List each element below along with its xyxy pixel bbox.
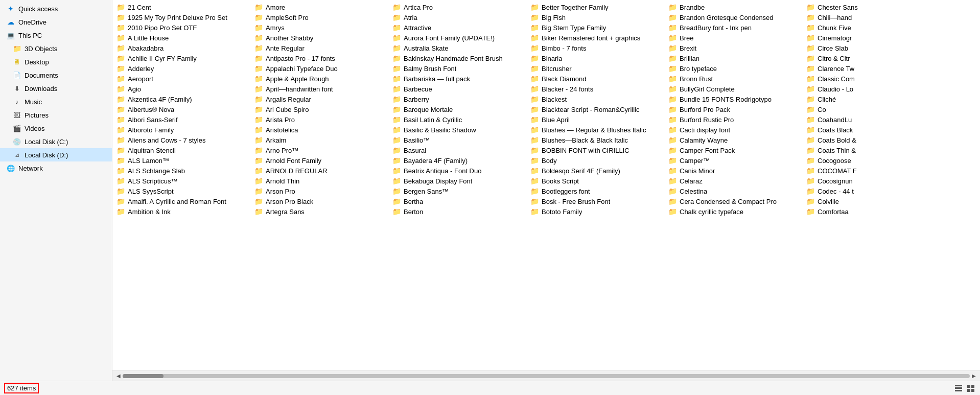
- list-item[interactable]: 📁AmpleSoft Pro: [252, 12, 386, 22]
- list-item[interactable]: 📁Barbecue: [390, 84, 524, 94]
- sidebar-item-documents[interactable]: 📄 Documents: [0, 68, 112, 82]
- list-item[interactable]: 📁ALS Scripticus™: [114, 176, 248, 186]
- list-item[interactable]: 📁Codec - 44 t: [804, 186, 938, 196]
- list-item[interactable]: 📁Amalfi. A Cyrillic and Roman Font: [114, 196, 248, 206]
- list-item[interactable]: 📁Cocosignun: [804, 176, 938, 186]
- sidebar-item-local-d[interactable]: ⊿ Local Disk (D:): [0, 148, 112, 161]
- list-item[interactable]: 📁Berton: [390, 206, 524, 217]
- list-item[interactable]: 📁Basilic & Basilic Shadow: [390, 125, 524, 135]
- list-item[interactable]: 📁Blacktear Script - Roman&Cyrillic: [528, 104, 662, 114]
- list-item[interactable]: 📁Chalk cyrillic typeface: [666, 206, 800, 217]
- sidebar-item-pictures[interactable]: 🖼 Pictures: [0, 108, 112, 122]
- list-item[interactable]: 📁Chili—hand: [804, 12, 938, 22]
- scroll-right-arrow[interactable]: ▶: [970, 372, 978, 380]
- list-item[interactable]: 📁Agio: [114, 84, 248, 94]
- list-item[interactable]: 📁Abakadabra: [114, 43, 248, 53]
- list-item[interactable]: 📁ALS Lamon™: [114, 155, 248, 166]
- list-item[interactable]: 📁2010 Pipo Pro Set OTF: [114, 22, 248, 33]
- scroll-left-arrow[interactable]: ◀: [114, 372, 123, 380]
- list-item[interactable]: 📁Bergen Sans™: [390, 186, 524, 196]
- list-item[interactable]: 📁Cliché: [804, 94, 938, 104]
- list-item[interactable]: 📁Burford Rustic Pro: [666, 114, 800, 125]
- scrollbar-track[interactable]: [123, 374, 970, 378]
- list-item[interactable]: 📁Coats Bold &: [804, 135, 938, 145]
- list-item[interactable]: 📁Cinematogr: [804, 33, 938, 43]
- list-item[interactable]: 📁Appalachi Typeface Duo: [252, 63, 386, 74]
- list-item[interactable]: 📁Bertha: [390, 196, 524, 206]
- list-item[interactable]: 📁Bakinskay Handmade Font Brush: [390, 53, 524, 63]
- list-item[interactable]: 📁Co: [804, 104, 938, 114]
- list-item[interactable]: 📁Ari Cube Spiro: [252, 104, 386, 114]
- list-item[interactable]: 📁Brexit: [666, 43, 800, 53]
- list-item[interactable]: 📁Cocogoose: [804, 155, 938, 166]
- list-item[interactable]: 📁Barberry: [390, 94, 524, 104]
- list-item[interactable]: 📁Akzentica 4F (Family): [114, 94, 248, 104]
- list-item[interactable]: 📁Arnold Font Family: [252, 155, 386, 166]
- list-item[interactable]: 📁1925 My Toy Print Deluxe Pro Set: [114, 12, 248, 22]
- list-item[interactable]: 📁Coats Black: [804, 125, 938, 135]
- list-item[interactable]: 📁Bootleggers font: [528, 186, 662, 196]
- list-item[interactable]: 📁Clarence Tw: [804, 63, 938, 74]
- list-item[interactable]: 📁Bro typeface: [666, 63, 800, 74]
- details-view-button[interactable]: [953, 383, 964, 393]
- list-item[interactable]: 📁Attractive: [390, 22, 524, 33]
- list-item[interactable]: 📁Bayadera 4F (Family): [390, 155, 524, 166]
- horizontal-scrollbar[interactable]: ◀ ▶: [112, 370, 980, 381]
- list-item[interactable]: 📁Beatrix Antiqua - Font Duo: [390, 166, 524, 176]
- list-item[interactable]: 📁A Little House: [114, 33, 248, 43]
- list-item[interactable]: 📁Albertus® Nova: [114, 104, 248, 114]
- list-item[interactable]: 📁April—handwritten font: [252, 84, 386, 94]
- list-item[interactable]: 📁Albori Sans-Serif: [114, 114, 248, 125]
- sidebar-item-onedrive[interactable]: ☁ OneDrive: [0, 15, 112, 29]
- sidebar-item-network[interactable]: 🌐 Network: [0, 161, 112, 175]
- list-item[interactable]: 📁Arson Pro Black: [252, 196, 386, 206]
- sidebar-item-music[interactable]: ♪ Music: [0, 95, 112, 108]
- list-item[interactable]: 📁Balmy Brush Font: [390, 63, 524, 74]
- list-item[interactable]: 📁Arista Pro: [252, 114, 386, 125]
- list-item[interactable]: 📁Basural: [390, 145, 524, 155]
- list-item[interactable]: 📁Another Shabby: [252, 33, 386, 43]
- list-item[interactable]: 📁Antipasto Pro - 17 fonts: [252, 53, 386, 63]
- list-item[interactable]: 📁Coats Thin &: [804, 145, 938, 155]
- sidebar-item-local-c[interactable]: 💿 Local Disk (C:): [0, 135, 112, 148]
- list-item[interactable]: 📁Bree: [666, 33, 800, 43]
- list-item[interactable]: 📁ARNOLD REGULAR: [252, 166, 386, 176]
- sidebar-item-downloads[interactable]: ⬇ Downloads: [0, 82, 112, 95]
- list-item[interactable]: 📁Basilio™: [390, 135, 524, 145]
- list-item[interactable]: 📁Canis Minor: [666, 166, 800, 176]
- list-item[interactable]: 📁Blacker - 24 fonts: [528, 84, 662, 94]
- list-item[interactable]: 📁Bimbo - 7 fonts: [528, 43, 662, 53]
- tiles-view-button[interactable]: [966, 383, 976, 393]
- list-item[interactable]: 📁Blushes — Regular & Blushes Italic: [528, 125, 662, 135]
- sidebar-item-3d-objects[interactable]: 📁 3D Objects: [0, 42, 112, 55]
- list-item[interactable]: 📁Arno Pro™: [252, 145, 386, 155]
- list-item[interactable]: 📁Bototo Family: [528, 206, 662, 217]
- list-item[interactable]: 📁Biker Remastered font + graphics: [528, 33, 662, 43]
- list-item[interactable]: 📁Burford Pro Pack: [666, 104, 800, 114]
- list-item[interactable]: 📁Calamity Wayne: [666, 135, 800, 145]
- list-item[interactable]: 📁Arkaim: [252, 135, 386, 145]
- list-item[interactable]: 📁Brandon Grotesque Condensed: [666, 12, 800, 22]
- list-item[interactable]: 📁21 Cent: [114, 2, 248, 12]
- sidebar-item-this-pc[interactable]: 💻 This PC: [0, 29, 112, 42]
- list-item[interactable]: 📁Comfortaa: [804, 206, 938, 217]
- list-item[interactable]: 📁Barbariska — full pack: [390, 74, 524, 84]
- list-item[interactable]: 📁Citro & Citr: [804, 53, 938, 63]
- list-item[interactable]: 📁Arson Pro: [252, 186, 386, 196]
- list-item[interactable]: 📁BOBBIN FONT with CIRILLIC: [528, 145, 662, 155]
- list-item[interactable]: 📁Argalis Regular: [252, 94, 386, 104]
- list-item[interactable]: 📁Baroque Mortale: [390, 104, 524, 114]
- list-item[interactable]: 📁Brandbe: [666, 2, 800, 12]
- list-item[interactable]: 📁Binaria: [528, 53, 662, 63]
- list-item[interactable]: 📁Cera Condensed & Compact Pro: [666, 196, 800, 206]
- list-item[interactable]: 📁Amore: [252, 2, 386, 12]
- list-item[interactable]: 📁Atria: [390, 12, 524, 22]
- list-item[interactable]: 📁Alboroto Family: [114, 125, 248, 135]
- list-item[interactable]: 📁Alquitran Stencil: [114, 145, 248, 155]
- list-item[interactable]: 📁Blushes—Black & Black Italic: [528, 135, 662, 145]
- list-item[interactable]: 📁Circe Slab: [804, 43, 938, 53]
- list-item[interactable]: 📁Camper™: [666, 155, 800, 166]
- list-item[interactable]: 📁Chunk Five: [804, 22, 938, 33]
- list-item[interactable]: 📁ALS Schlange Slab: [114, 166, 248, 176]
- list-item[interactable]: 📁Basil Latin & Cyrillic: [390, 114, 524, 125]
